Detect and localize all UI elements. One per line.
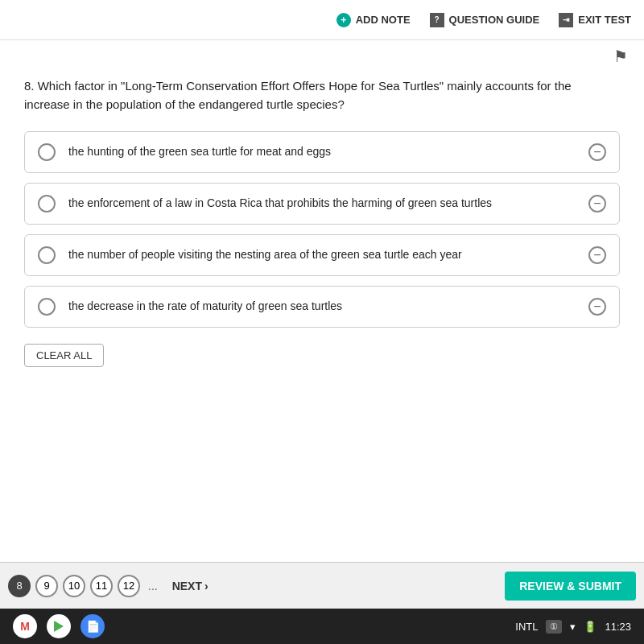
system-bar: M 📄 INTL ① ▾ 🔋 11:23	[0, 609, 644, 644]
next-button[interactable]: NEXT ›	[172, 580, 208, 592]
page-button-9[interactable]: 9	[35, 575, 58, 597]
question-text: 8. Which factor in "Long-Term Conservati…	[24, 77, 620, 114]
system-right: INTL ① ▾ 🔋 11:23	[515, 620, 631, 634]
question-guide-icon: ?	[430, 13, 444, 27]
option-c-row[interactable]: the number of people visiting the nestin…	[24, 234, 620, 276]
question-body: Which factor in "Long-Term Conservation …	[24, 79, 572, 111]
add-note-label: ADD NOTE	[356, 14, 411, 26]
intl-label: INTL	[515, 621, 538, 633]
docs-icon[interactable]: 📄	[80, 614, 105, 638]
option-d-row[interactable]: the decrease in the rate of maturity of …	[24, 286, 620, 328]
review-submit-button[interactable]: REVIEW & SUBMIT	[505, 572, 636, 601]
add-note-button[interactable]: + ADD NOTE	[336, 13, 411, 27]
question-guide-button[interactable]: ? QUESTION GUIDE	[430, 13, 540, 27]
option-b-left: the enforcement of a law in Costa Rica t…	[38, 195, 492, 213]
option-c-eliminate-button[interactable]: −	[588, 246, 606, 264]
bottom-nav: 8 9 10 11 12 ... NEXT › REVIEW & SUBMIT	[0, 562, 644, 609]
option-b-row[interactable]: the enforcement of a law in Costa Rica t…	[24, 183, 620, 225]
option-a-left: the hunting of the green sea turtle for …	[38, 143, 331, 161]
page-button-10[interactable]: 10	[63, 575, 85, 597]
flag-icon[interactable]: ⚑	[613, 47, 628, 66]
option-d-radio[interactable]	[38, 298, 56, 316]
svg-marker-0	[54, 621, 64, 632]
option-c-text: the number of people visiting the nestin…	[68, 247, 462, 263]
option-d-eliminate-button[interactable]: −	[588, 298, 606, 316]
option-b-text: the enforcement of a law in Costa Rica t…	[68, 196, 492, 212]
add-note-icon: +	[336, 13, 351, 27]
ellipsis: ...	[145, 580, 161, 592]
system-icons: M 📄	[13, 614, 105, 638]
exit-test-icon: ⇥	[559, 13, 573, 27]
option-a-radio[interactable]	[38, 143, 56, 161]
next-chevron-icon: ›	[204, 580, 208, 592]
option-c-left: the number of people visiting the nestin…	[38, 246, 462, 264]
option-a-eliminate-button[interactable]: −	[588, 143, 606, 161]
exit-test-button[interactable]: ⇥ EXIT TEST	[559, 13, 631, 27]
time-display: 11:23	[605, 621, 631, 633]
option-b-eliminate-button[interactable]: −	[588, 195, 606, 213]
wifi-icon: ▾	[570, 621, 576, 633]
option-c-radio[interactable]	[38, 246, 56, 264]
option-b-radio[interactable]	[38, 195, 56, 213]
exit-test-label: EXIT TEST	[578, 14, 631, 26]
option-d-left: the decrease in the rate of maturity of …	[38, 298, 342, 316]
flag-area: ⚑	[0, 40, 644, 69]
battery-icon: 🔋	[584, 621, 597, 633]
option-a-text: the hunting of the green sea turtle for …	[68, 144, 331, 160]
main-content: 8. Which factor in "Long-Term Conservati…	[0, 69, 644, 562]
page-button-12[interactable]: 12	[118, 575, 140, 597]
play-store-icon[interactable]	[47, 614, 71, 638]
option-d-text: the decrease in the rate of maturity of …	[68, 299, 342, 315]
page-button-11[interactable]: 11	[90, 575, 113, 597]
option-a-row[interactable]: the hunting of the green sea turtle for …	[24, 131, 620, 173]
toolbar: + ADD NOTE ? QUESTION GUIDE ⇥ EXIT TEST	[0, 0, 644, 40]
gmail-icon[interactable]: M	[13, 614, 37, 638]
page-button-8[interactable]: 8	[8, 575, 31, 597]
intl-badge: ①	[546, 620, 562, 634]
clear-all-button[interactable]: CLEAR ALL	[24, 344, 104, 367]
question-guide-label: QUESTION GUIDE	[449, 14, 540, 26]
